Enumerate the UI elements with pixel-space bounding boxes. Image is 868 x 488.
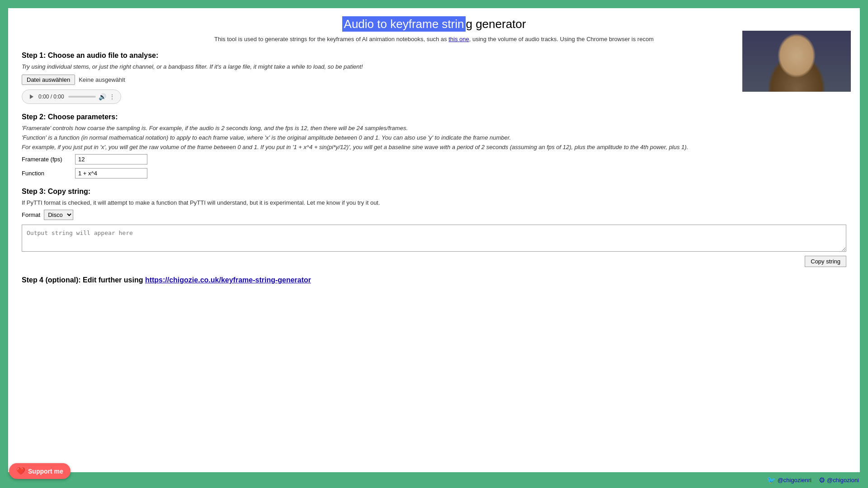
audio-progress-bar[interactable] xyxy=(68,96,96,98)
thumbnail-person-image xyxy=(742,31,851,92)
step1-description: Try using individual stems, or just the … xyxy=(22,63,846,70)
file-row: Datei auswählen Keine ausgewählt xyxy=(22,75,846,85)
param-note1: 'Framerate' controls how coarse the samp… xyxy=(22,125,846,131)
heart-icon: ❤️ xyxy=(16,467,25,475)
copy-string-button[interactable]: Copy string xyxy=(805,256,846,267)
title-rest: g generator xyxy=(466,17,526,31)
file-no-selected-label: Keine ausgewählt xyxy=(79,76,125,83)
output-textarea[interactable] xyxy=(22,225,846,252)
page-title: Audio to keyframe string generator xyxy=(22,17,846,31)
format-select[interactable]: Disco PyTTI xyxy=(44,210,73,220)
step4-heading: Step 4 (optional): Edit further using ht… xyxy=(22,276,846,284)
step4-heading-text: Step 4 (optional): Edit further using xyxy=(22,276,145,284)
twitter-handle: @chigozienri xyxy=(778,477,811,483)
audio-player: 0:00 / 0:00 🔊 ⋮ xyxy=(22,89,121,104)
svg-marker-0 xyxy=(30,94,33,99)
choose-file-button[interactable]: Datei auswählen xyxy=(22,75,75,85)
intro-text-before-link: This tool is used to generate strings fo… xyxy=(214,36,448,42)
support-label: Support me xyxy=(28,468,63,475)
step2-heading: Step 2: Choose parameters: xyxy=(22,113,846,121)
title-highlight: Audio to keyframe strin xyxy=(342,16,466,32)
format-note: If PyTTI format is checked, it will atte… xyxy=(22,199,846,206)
github-link[interactable]: ⚙ @chigozioni xyxy=(819,476,859,484)
thumbnail-video xyxy=(742,31,851,92)
framerate-input[interactable] xyxy=(75,154,147,164)
twitter-link[interactable]: 🐦 @chigozienri xyxy=(767,476,811,484)
intro-paragraph: This tool is used to generate strings fo… xyxy=(22,36,846,42)
volume-icon[interactable]: 🔊 xyxy=(99,93,106,100)
github-handle: @chigozioni xyxy=(827,477,859,483)
function-input[interactable] xyxy=(75,168,147,178)
step4-link[interactable]: https://chigozie.co.uk/keyframe-string-g… xyxy=(145,276,311,284)
step3-heading: Step 3: Copy string: xyxy=(22,188,846,196)
more-options-icon[interactable]: ⋮ xyxy=(109,93,115,100)
param-note3: For example, if you just put in 'x', you… xyxy=(22,144,846,150)
github-icon: ⚙ xyxy=(819,476,825,484)
footer-bar: 🐦 @chigozienri ⚙ @chigozioni xyxy=(0,472,868,488)
step1-heading: Step 1: Choose an audio file to analyse: xyxy=(22,52,846,60)
intro-text-after-link: , using the volume of audio tracks. xyxy=(469,36,558,42)
param-note-block: 'Framerate' controls how coarse the samp… xyxy=(22,125,846,150)
audio-time-display: 0:00 / 0:00 xyxy=(38,94,66,100)
twitter-icon: 🐦 xyxy=(767,476,776,484)
function-row: Function xyxy=(22,168,846,178)
format-label: Format xyxy=(22,211,40,218)
this-one-link[interactable]: this one xyxy=(448,36,469,42)
play-button[interactable] xyxy=(28,93,36,101)
copy-row: Copy string xyxy=(22,256,846,267)
function-label: Function xyxy=(22,170,71,177)
support-me-button[interactable]: ❤️ Support me xyxy=(9,463,71,479)
framerate-label: Framerate (fps) xyxy=(22,156,71,163)
main-container: Audio to keyframe string generator This … xyxy=(8,8,860,472)
param-note2: 'Function' is a function (in normal math… xyxy=(22,134,846,141)
intro-text-chrome-note: Using the Chrome browser is recom xyxy=(558,36,654,42)
framerate-row: Framerate (fps) xyxy=(22,154,846,164)
format-row: Format Disco PyTTI xyxy=(22,210,846,220)
